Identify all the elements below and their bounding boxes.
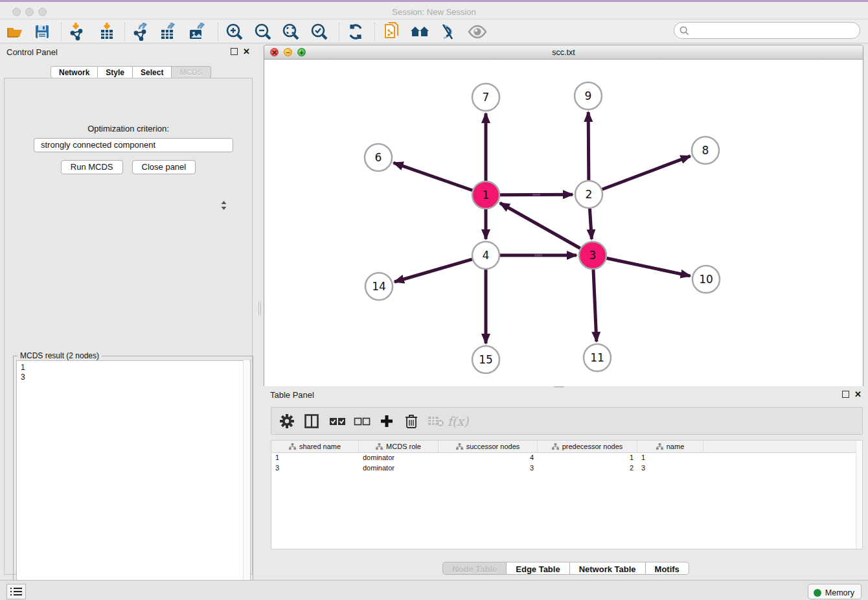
table-cell[interactable]: 1: [637, 453, 703, 463]
table-cell[interactable]: 2: [538, 463, 637, 474]
delete-table-button[interactable]: [426, 411, 446, 431]
mcds-result-title: MCDS result (2 nodes): [17, 351, 102, 360]
tab-motifs[interactable]: Motifs: [646, 562, 689, 575]
result-scrollbar[interactable]: [243, 360, 249, 596]
export-image-button[interactable]: [187, 22, 207, 41]
tab-mcds[interactable]: MCDS: [172, 66, 211, 78]
tab-node-table[interactable]: Node Table: [442, 562, 507, 575]
eye-icon: [468, 25, 487, 39]
edge-label-mark: [534, 254, 542, 256]
table-cell[interactable]: 3: [637, 463, 703, 474]
export-network-icon: [131, 23, 150, 41]
control-panel-title: Control Panel: [6, 47, 58, 57]
node-label-14: 14: [372, 280, 386, 293]
edge-3-11[interactable]: [593, 270, 597, 341]
add-row-button[interactable]: [376, 411, 397, 431]
window-title: Session: New Session: [0, 7, 868, 17]
open-folder-icon: [6, 23, 23, 40]
float-panel-icon[interactable]: [231, 48, 238, 55]
edge-4-14[interactable]: [394, 259, 472, 282]
table-cell[interactable]: 1: [538, 453, 637, 463]
run-mcds-button[interactable]: Run MCDS: [61, 160, 123, 174]
edge-3-10[interactable]: [607, 259, 691, 276]
control-panel: Control Panel ✕ Network Style Select MCD…: [0, 45, 257, 579]
network-window-titlebar[interactable]: ✕ − + scc.txt: [264, 45, 863, 60]
export-table-icon: [159, 23, 177, 41]
table-settings-button[interactable]: [277, 411, 297, 431]
split-view-button[interactable]: [301, 411, 322, 431]
close-table-panel-icon[interactable]: ✕: [854, 390, 862, 398]
node-label-1: 1: [483, 189, 490, 202]
zoom-in-button[interactable]: [225, 22, 244, 41]
table-cell[interactable]: 3: [271, 463, 359, 474]
search-input[interactable]: [674, 22, 860, 39]
table-panel: Table Panel ✕: [264, 387, 868, 579]
tab-style[interactable]: Style: [98, 66, 133, 78]
zoom-out-button[interactable]: [253, 22, 273, 41]
edge-3-1[interactable]: [500, 203, 580, 248]
node-label-9: 9: [585, 89, 592, 102]
table-cell[interactable]: 4: [439, 453, 538, 463]
edge-1-6[interactable]: [394, 163, 473, 190]
node-label-10: 10: [699, 273, 713, 286]
memory-button[interactable]: Memory: [808, 584, 862, 599]
node-label-8: 8: [702, 144, 709, 157]
ndex-browse-button[interactable]: [410, 22, 429, 41]
node-label-15: 15: [479, 353, 493, 366]
delete-row-button[interactable]: [401, 411, 422, 431]
unchecked-boxes-icon: [354, 416, 371, 426]
node-label-2: 2: [586, 188, 593, 201]
column-header-predecessor-nodes[interactable]: predecessor nodes: [538, 441, 637, 452]
select-all-button[interactable]: [327, 411, 348, 431]
memory-status-icon: [814, 589, 821, 597]
close-panel-button[interactable]: Close panel: [132, 160, 196, 174]
zoom-selected-button[interactable]: [310, 22, 329, 41]
table-cell[interactable]: dominator: [359, 463, 439, 474]
main-toolbar: [0, 19, 868, 43]
network-canvas[interactable]: 1234678910111415: [264, 60, 863, 386]
column-header-successor-nodes[interactable]: successor nodes: [439, 441, 538, 452]
mcds-result-textarea[interactable]: 13: [16, 360, 251, 596]
edge-2-3[interactable]: [589, 209, 591, 239]
table-row[interactable]: 3dominator323: [271, 463, 862, 474]
table-row[interactable]: 1dominator411: [271, 453, 862, 463]
refresh-view-button[interactable]: [346, 22, 365, 41]
table-scrollbar[interactable]: [856, 441, 862, 549]
criterion-select[interactable]: strongly connected component: [34, 138, 233, 152]
task-history-button[interactable]: [6, 584, 26, 599]
node-label-6: 6: [375, 151, 382, 164]
import-table-button[interactable]: [97, 22, 117, 41]
column-header-MCDS-role[interactable]: MCDS role: [359, 441, 439, 452]
mcds-panel-body: Optimization criterion: strongly connect…: [4, 78, 253, 575]
export-table-button[interactable]: [159, 22, 178, 41]
function-builder-button[interactable]: f(x): [448, 411, 468, 431]
node-table[interactable]: shared nameMCDS rolesuccessor nodesprede…: [271, 440, 863, 549]
show-eye-button[interactable]: [468, 22, 487, 41]
edge-2-9[interactable]: [588, 112, 589, 180]
application-window: Session: New Session: [0, 0, 868, 600]
export-network-button[interactable]: [131, 22, 150, 41]
open-session-button[interactable]: [5, 22, 25, 41]
unselect-all-button[interactable]: [352, 411, 372, 431]
panel-splitter[interactable]: [257, 45, 264, 579]
table-cell[interactable]: 3: [439, 463, 538, 474]
tab-network[interactable]: Network: [51, 66, 98, 78]
plus-icon: [380, 415, 393, 428]
column-header-name[interactable]: name: [637, 441, 703, 452]
edge-2-8[interactable]: [602, 156, 691, 189]
duplicate-network-button[interactable]: [382, 22, 402, 41]
zoom-fit-button[interactable]: [281, 22, 301, 41]
close-panel-icon[interactable]: ✕: [243, 47, 250, 56]
table-cell[interactable]: 1: [271, 453, 359, 463]
save-session-button[interactable]: [32, 22, 52, 41]
save-disk-icon: [34, 24, 50, 40]
float-table-panel-icon[interactable]: [842, 391, 849, 398]
hide-details-button[interactable]: [439, 22, 458, 41]
tab-edge-table[interactable]: Edge Table: [507, 562, 569, 575]
tab-select[interactable]: Select: [133, 66, 172, 78]
import-network-button[interactable]: [67, 22, 87, 41]
tab-network-table[interactable]: Network Table: [570, 562, 646, 575]
table-cell[interactable]: dominator: [359, 453, 439, 463]
column-type-icon: [289, 443, 296, 450]
column-header-shared-name[interactable]: shared name: [271, 441, 359, 452]
